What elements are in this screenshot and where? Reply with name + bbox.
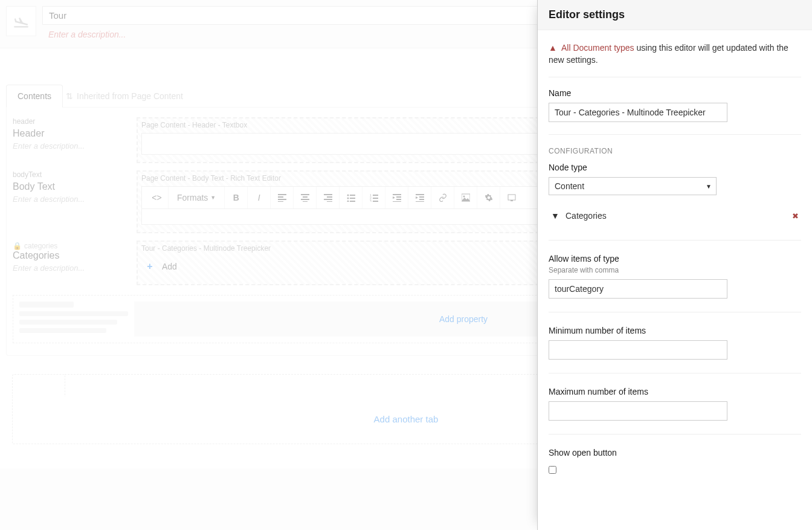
node-type-select-wrap: Content ▼ [549,177,717,195]
add-tab-handle [12,374,65,397]
svg-rect-14 [508,195,515,200]
inherit-icon: ⇅ [66,91,73,101]
rte-number-list-icon[interactable]: 123 [362,187,385,208]
filter-icon: ▼ [551,211,559,221]
property-alias: bodyText [13,170,124,179]
property-alias: categories [24,242,57,250]
tab-contents[interactable]: Contents [6,85,63,108]
property-title[interactable]: Categories [13,250,124,261]
selected-node-label: Categories [566,211,786,221]
min-items-input[interactable] [549,340,727,360]
property-meta: bodyText Body Text Enter a description..… [13,170,130,233]
rte-bold-icon[interactable]: B [225,187,248,208]
show-open-label: Show open button [549,448,801,457]
allow-types-help: Separate with comma [549,266,801,274]
panel-warning: ▲ All Document types using this editor w… [549,42,801,77]
rte-link-icon[interactable] [431,187,454,208]
rte-formats-label: Formats [177,193,208,202]
tab-inherited[interactable]: ⇅ Inherited from Page Content [65,85,184,108]
svg-rect-1 [350,195,355,196]
panel-body: ▲ All Document types using this editor w… [538,30,812,514]
rte-align-right-icon[interactable] [317,187,340,208]
caret-down-icon: ▼ [210,195,216,201]
node-type-label: Node type [549,163,801,172]
skeleton-meta [19,302,128,337]
allow-types-label: Allow items of type [549,254,801,263]
max-items-input[interactable] [549,401,727,421]
warning-strong: All Document types [561,43,634,53]
rte-italic-icon[interactable]: I [248,187,271,208]
svg-rect-3 [350,198,355,199]
rte-source-icon[interactable]: <> [146,187,169,208]
plus-icon: + [144,261,156,272]
svg-rect-11 [373,201,378,202]
property-alias: header [13,117,124,126]
add-label: Add [162,262,177,271]
svg-rect-9 [373,198,378,199]
property-desc-placeholder[interactable]: Enter a description... [13,263,124,273]
lock-icon: 🔒 [13,242,22,250]
property-title[interactable]: Body Text [13,181,124,192]
show-open-checkbox[interactable] [549,466,556,474]
configuration-heading: CONFIGURATION [549,134,801,155]
selected-node-row: ▼ Categories ✖ [549,205,801,227]
property-alias-locked: 🔒 categories [13,242,57,250]
property-desc-placeholder[interactable]: Enter a description... [13,141,124,150]
property-title[interactable]: Header [13,128,124,139]
node-type-select[interactable]: Content [549,177,717,195]
tab-inherited-label: Inherited from Page Content [77,91,183,101]
svg-point-13 [463,196,465,198]
rte-indent-icon[interactable] [408,187,431,208]
svg-rect-5 [350,201,355,202]
property-meta: header Header Enter a description... [13,117,130,163]
svg-point-4 [347,201,349,202]
rte-align-left-icon[interactable] [271,187,294,208]
remove-node-button[interactable]: ✖ [792,212,799,221]
min-items-label: Minimum number of items [549,326,801,335]
max-items-label: Maximum number of items [549,387,801,396]
svg-point-0 [347,195,349,196]
name-input[interactable] [549,103,727,122]
rte-bullet-list-icon[interactable] [340,187,362,208]
svg-rect-15 [511,200,513,201]
rte-fullscreen-icon[interactable] [500,187,523,208]
rte-outdent-icon[interactable] [385,187,408,208]
panel-title: Editor settings [538,0,812,30]
svg-rect-7 [373,195,378,196]
editor-settings-panel: Editor settings ▲ All Document types usi… [537,0,812,530]
rte-align-center-icon[interactable] [294,187,317,208]
svg-text:3: 3 [370,199,372,202]
allow-types-input[interactable] [549,279,727,299]
name-label: Name [549,88,801,98]
property-meta: 🔒 categories Categories Enter a descript… [13,241,130,285]
rte-formats-dropdown[interactable]: Formats▼ [169,187,225,208]
rte-settings-icon[interactable] [477,187,500,208]
doctype-icon[interactable] [6,6,36,36]
warning-icon: ▲ [549,43,557,53]
rte-image-icon[interactable] [454,187,477,208]
property-desc-placeholder[interactable]: Enter a description... [13,195,124,204]
plane-landing-icon [13,13,30,30]
svg-point-2 [347,198,349,199]
